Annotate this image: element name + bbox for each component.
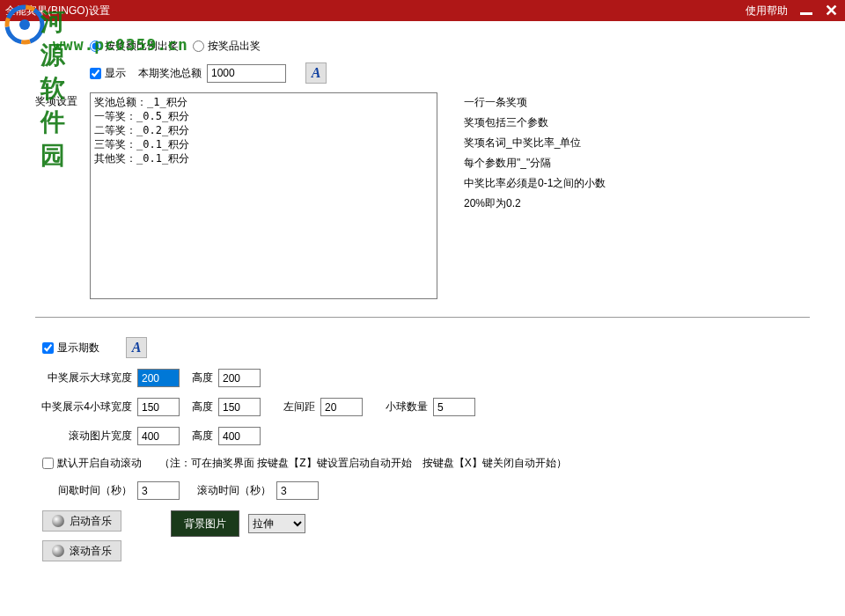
help-line: 20%即为0.2 bbox=[464, 194, 606, 214]
bg-image-button[interactable]: 背景图片 bbox=[171, 510, 239, 537]
scroll-img-height-label: 高度 bbox=[192, 429, 213, 444]
checkbox-label: 显示 bbox=[105, 66, 126, 81]
gap-label: 左间距 bbox=[283, 400, 315, 414]
award-by-prize-radio[interactable]: 按奖品出奖 bbox=[193, 39, 261, 54]
big-ball-width-input[interactable] bbox=[137, 369, 180, 387]
font-button[interactable]: A bbox=[305, 62, 327, 84]
roll-time-label: 滚动时间（秒） bbox=[197, 483, 271, 498]
ball-count-input[interactable] bbox=[433, 398, 475, 416]
big-ball-width-label: 中奖展示大球宽度 bbox=[35, 370, 132, 385]
scroll-img-height-input[interactable] bbox=[218, 427, 261, 445]
button-label: 背景图片 bbox=[184, 517, 226, 532]
pool-total-input[interactable] bbox=[207, 64, 286, 83]
idle-time-input[interactable] bbox=[137, 481, 180, 500]
award-by-ratio-radio[interactable]: 按奖额比例出奖 bbox=[90, 39, 179, 54]
help-line: 每个参数用"_"分隔 bbox=[464, 153, 606, 173]
prize-settings-label: 奖项设置 bbox=[35, 92, 81, 109]
small-ball-height-label: 高度 bbox=[192, 400, 213, 414]
close-button[interactable]: ✕ bbox=[825, 3, 838, 18]
speaker-icon bbox=[52, 545, 64, 557]
help-line: 一行一条奖项 bbox=[464, 92, 606, 113]
font-button-2[interactable]: A bbox=[126, 337, 147, 358]
titlebar: 全能宾果(BINGO)设置 使用帮助 ✕ bbox=[0, 0, 845, 21]
idle-time-label: 间歇时间（秒） bbox=[35, 483, 132, 498]
pool-total-label: 本期奖池总额 bbox=[138, 66, 202, 81]
gap-input[interactable] bbox=[320, 398, 363, 416]
small-ball-width-label: 中奖展示4小球宽度 bbox=[35, 400, 132, 414]
button-label: 启动音乐 bbox=[70, 514, 112, 529]
help-line: 奖项名词_中奖比率_单位 bbox=[464, 133, 606, 153]
prize-help: 一行一条奖项 奖项包括三个参数 奖项名词_中奖比率_单位 每个参数用"_"分隔 … bbox=[446, 92, 606, 214]
help-line: 中奖比率必须是0-1之间的小数 bbox=[464, 173, 606, 194]
auto-scroll-note: （注：可在抽奖界面 按键盘【Z】键设置启动自动开始 按键盘【X】键关闭自动开始） bbox=[159, 456, 567, 471]
speaker-icon bbox=[52, 515, 64, 527]
roll-time-input[interactable] bbox=[276, 481, 319, 500]
scroll-music-button[interactable]: 滚动音乐 bbox=[42, 540, 121, 561]
radio-label: 按奖额比例出奖 bbox=[105, 39, 179, 54]
scroll-img-width-input[interactable] bbox=[137, 427, 180, 445]
radio-label: 按奖品出奖 bbox=[208, 39, 261, 54]
stretch-select[interactable]: 拉伸 bbox=[248, 514, 305, 533]
small-ball-width-input[interactable] bbox=[137, 398, 180, 416]
minimize-button[interactable] bbox=[800, 12, 812, 15]
scroll-img-width-label: 滚动图片宽度 bbox=[35, 429, 132, 444]
help-line: 奖项包括三个参数 bbox=[464, 113, 606, 133]
small-ball-height-input[interactable] bbox=[218, 398, 261, 416]
big-ball-height-input[interactable] bbox=[218, 369, 261, 387]
checkbox-label: 默认开启自动滚动 bbox=[57, 456, 142, 471]
window-title: 全能宾果(BINGO)设置 bbox=[5, 4, 110, 18]
button-label: 滚动音乐 bbox=[70, 544, 112, 559]
divider bbox=[35, 317, 810, 318]
start-music-button[interactable]: 启动音乐 bbox=[42, 510, 121, 532]
checkbox-label: 显示期数 bbox=[57, 341, 99, 356]
prize-settings-textarea[interactable]: 奖池总额：_1_积分 一等奖：_0.5_积分 二等奖：_0.2_积分 三等奖：_… bbox=[90, 92, 437, 299]
show-pool-checkbox[interactable]: 显示 bbox=[90, 66, 126, 81]
show-period-checkbox[interactable]: 显示期数 bbox=[42, 341, 99, 356]
help-link[interactable]: 使用帮助 bbox=[746, 4, 788, 18]
big-ball-height-label: 高度 bbox=[192, 370, 213, 385]
ball-count-label: 小球数量 bbox=[386, 400, 428, 414]
auto-scroll-checkbox[interactable]: 默认开启自动滚动 bbox=[42, 456, 142, 471]
